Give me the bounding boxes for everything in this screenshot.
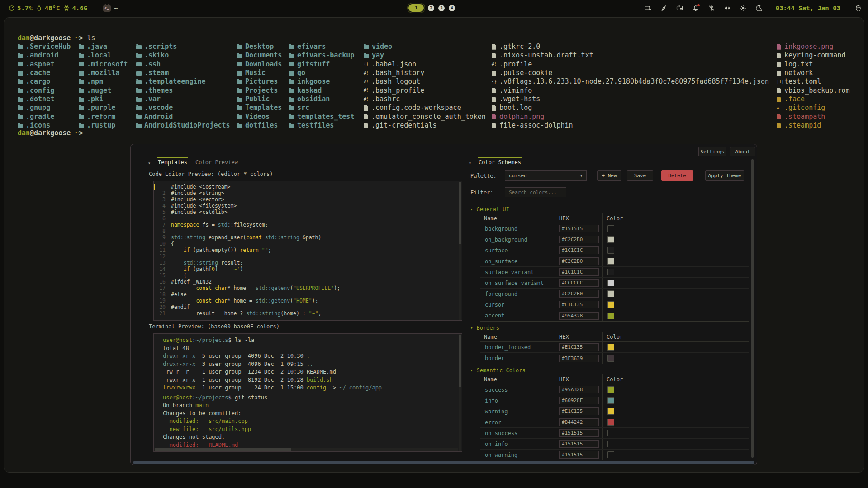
color-swatch[interactable] [607, 397, 614, 404]
color-sections: ▾General UINameHEXColorbackgroundon_back… [470, 203, 749, 460]
screenshot-icon[interactable] [676, 5, 683, 12]
code-line: 4#include <filesystem> [154, 203, 462, 209]
workspace-button-active[interactable]: 1 [408, 4, 424, 12]
terminal-vertical-scrollbar[interactable] [459, 334, 461, 451]
hex-input[interactable] [559, 246, 599, 254]
color-swatch[interactable] [607, 236, 614, 243]
ls-entry: .face [777, 95, 850, 104]
hex-input[interactable] [559, 257, 599, 265]
color-row: on_info [480, 439, 749, 450]
search-colors-input[interactable] [505, 187, 566, 197]
ls-entry-name: Music [245, 69, 266, 77]
terminal-token: modified: README.md [163, 442, 238, 448]
collapse-chevron-icon[interactable]: ▾ [469, 161, 471, 166]
new-palette-button[interactable]: + New [597, 170, 621, 181]
color-swatch[interactable] [607, 290, 614, 297]
hex-input[interactable] [559, 386, 599, 393]
color-swatch[interactable] [607, 419, 614, 426]
brightness-icon[interactable] [740, 5, 747, 12]
tab-templates[interactable]: Templates [157, 157, 188, 166]
hex-input[interactable] [559, 268, 599, 276]
color-swatch[interactable] [607, 225, 614, 232]
right-pane-scrollbar[interactable] [751, 159, 754, 458]
line-number: 11 [156, 247, 166, 253]
annotation-icon[interactable] [660, 5, 668, 12]
hex-input[interactable] [559, 236, 599, 243]
workspace-button[interactable]: 3 [438, 5, 445, 11]
swatch-cell [603, 384, 749, 395]
color-section-header[interactable]: ▾Semantic Colors [470, 367, 749, 374]
volume-icon[interactable] [724, 5, 731, 12]
color-section-header[interactable]: ▾Borders [470, 324, 749, 332]
terminal-line: On branch main [163, 402, 462, 410]
color-swatch[interactable] [607, 301, 614, 308]
hex-input[interactable] [559, 290, 599, 298]
color-swatch[interactable] [607, 430, 614, 436]
color-swatch[interactable] [607, 408, 614, 415]
color-swatch[interactable] [607, 247, 614, 254]
ls-entry-name: file-assoc-dolphin [499, 121, 573, 130]
hex-input[interactable] [559, 397, 599, 404]
terminal-horizontal-scrollbar[interactable] [154, 448, 458, 451]
color-swatch[interactable] [607, 451, 614, 458]
color-swatch[interactable] [607, 355, 614, 362]
color-swatch[interactable] [607, 386, 614, 393]
collapse-chevron-icon[interactable]: ▾ [148, 161, 151, 166]
hex-input[interactable] [559, 225, 599, 232]
screen-cast-icon[interactable] [645, 5, 652, 12]
ls-entry-name: boot.log [499, 104, 532, 112]
hex-input[interactable] [559, 343, 599, 351]
hex-input[interactable] [559, 440, 599, 448]
file-icon [777, 123, 781, 128]
file-icon [364, 105, 368, 111]
tab-color-schemes[interactable]: Color Schemes [478, 157, 522, 166]
hex-input[interactable] [559, 355, 599, 362]
file-icon [777, 88, 781, 93]
line-number: 18 [156, 291, 166, 298]
delete-button[interactable]: Delete [661, 170, 693, 181]
about-button[interactable]: About [730, 147, 755, 156]
section-chevron-icon: ▾ [470, 207, 473, 212]
hex-input[interactable] [559, 279, 599, 287]
editor-vertical-scrollbar[interactable] [459, 182, 461, 320]
hex-input[interactable] [559, 301, 599, 308]
settings-button[interactable]: Settings [698, 147, 726, 156]
code-token: fs = [199, 222, 218, 228]
bluetooth-off-icon[interactable] [708, 5, 715, 12]
tab-color-preview[interactable]: Color Preview [194, 157, 239, 166]
folder-icon [136, 124, 142, 128]
hex-cell [555, 395, 603, 406]
json-icon: {} [364, 62, 370, 67]
file-icon [364, 123, 368, 128]
clock[interactable]: 03:44 Sat, Jan 03 [776, 5, 840, 12]
ls-entry: .ssh [136, 60, 230, 69]
color-swatch[interactable] [607, 258, 614, 265]
hex-input[interactable] [559, 451, 599, 459]
apply-theme-button[interactable]: Apply Theme [705, 170, 744, 181]
hex-input[interactable] [559, 418, 599, 426]
notification-bell-icon[interactable] [692, 5, 699, 12]
color-swatch[interactable] [607, 269, 614, 275]
folder-icon [18, 62, 23, 66]
color-swatch[interactable] [607, 441, 614, 447]
color-section-header[interactable]: ▾General UI [470, 206, 749, 213]
color-swatch[interactable] [607, 280, 614, 286]
section-chevron-icon: ▾ [470, 326, 473, 330]
save-button[interactable]: Save [627, 170, 653, 181]
hex-input[interactable] [559, 407, 599, 415]
window-horizontal-scrollbar[interactable] [133, 461, 754, 464]
hex-input[interactable] [559, 429, 599, 437]
color-name: surface_variant [480, 267, 555, 277]
code-token: ) [240, 266, 243, 272]
focused-app[interactable]: >_ ~ [103, 5, 118, 12]
night-light-icon[interactable] [755, 5, 763, 12]
ls-entry: .themes [136, 86, 230, 95]
color-swatch[interactable] [607, 313, 614, 319]
terminal-line: new file: src/utils.hpp [163, 426, 462, 434]
code-line: 16#ifdef _WIN32 [154, 279, 462, 285]
workspace-button[interactable]: 4 [449, 5, 455, 11]
color-swatch[interactable] [607, 344, 614, 351]
workspace-button[interactable]: 2 [428, 5, 434, 11]
hex-input[interactable] [559, 312, 599, 320]
palette-dropdown[interactable]: cursed ▼ [505, 170, 587, 181]
